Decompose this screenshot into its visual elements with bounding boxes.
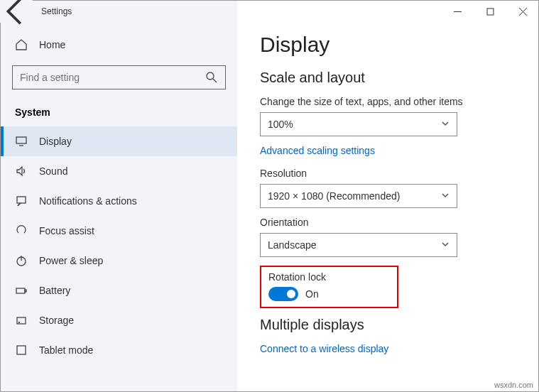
section-label: System <box>1 102 237 126</box>
power-icon <box>15 254 28 267</box>
orientation-value: Landscape <box>268 239 317 251</box>
rotation-label: Rotation lock <box>268 271 390 283</box>
search-box[interactable] <box>12 65 226 89</box>
chevron-down-icon <box>441 190 450 202</box>
battery-icon <box>15 284 28 297</box>
nav-label: Tablet mode <box>39 344 93 356</box>
app-title: Settings <box>33 6 72 16</box>
resolution-value: 1920 × 1080 (Recommended) <box>268 190 400 202</box>
multiple-displays-heading: Multiple displays <box>260 317 516 333</box>
orientation-label: Orientation <box>260 217 516 228</box>
content-pane: Display Scale and layout Change the size… <box>237 1 538 391</box>
scale-label: Change the size of text, apps, and other… <box>260 96 516 107</box>
svg-rect-1 <box>487 9 494 15</box>
notifications-icon <box>15 195 28 207</box>
focus-icon <box>15 224 28 237</box>
chevron-down-icon <box>441 119 450 130</box>
svg-point-14 <box>19 322 20 323</box>
svg-rect-11 <box>16 288 25 293</box>
scale-section-heading: Scale and layout <box>260 70 516 86</box>
nav-label: Display <box>39 136 72 147</box>
display-icon <box>15 135 28 148</box>
advanced-scaling-link[interactable]: Advanced scaling settings <box>260 145 516 156</box>
title-bar: Settings <box>0 0 539 23</box>
watermark: wsxdn.com <box>494 381 533 389</box>
home-nav[interactable]: Home <box>1 33 237 57</box>
rotation-lock-toggle[interactable] <box>268 287 298 301</box>
nav-sound[interactable]: Sound <box>1 156 237 186</box>
svg-rect-6 <box>16 137 26 143</box>
home-icon <box>15 38 28 51</box>
orientation-dropdown[interactable]: Landscape <box>260 233 457 257</box>
search-input[interactable] <box>20 72 205 83</box>
chevron-down-icon <box>441 239 450 251</box>
scale-dropdown[interactable]: 100% <box>260 112 457 136</box>
nav-label: Notifications & actions <box>39 195 137 207</box>
scale-value: 100% <box>268 119 293 130</box>
window-controls <box>441 0 539 23</box>
tablet-icon <box>15 344 28 356</box>
rotation-lock-group: Rotation lock On <box>260 266 398 308</box>
maximize-button[interactable] <box>474 0 506 23</box>
sound-icon <box>15 165 28 178</box>
home-label: Home <box>39 39 65 50</box>
nav-label: Power & sleep <box>39 255 103 266</box>
svg-line-5 <box>213 79 217 82</box>
sidebar: Home System Display Sound Notifications … <box>1 1 237 391</box>
nav-storage[interactable]: Storage <box>1 305 237 335</box>
storage-icon <box>15 314 28 327</box>
nav-display[interactable]: Display <box>1 126 237 156</box>
svg-point-4 <box>207 72 214 80</box>
wireless-display-link[interactable]: Connect to a wireless display <box>260 343 516 354</box>
nav-power-sleep[interactable]: Power & sleep <box>1 246 237 276</box>
nav-battery[interactable]: Battery <box>1 276 237 305</box>
nav-tablet-mode[interactable]: Tablet mode <box>1 335 237 365</box>
nav-focus-assist[interactable]: Focus assist <box>1 216 237 246</box>
nav-label: Storage <box>39 315 74 326</box>
resolution-label: Resolution <box>260 168 516 179</box>
svg-rect-12 <box>25 290 26 292</box>
svg-rect-8 <box>17 197 26 203</box>
nav-notifications[interactable]: Notifications & actions <box>1 186 237 216</box>
resolution-dropdown[interactable]: 1920 × 1080 (Recommended) <box>260 184 457 208</box>
search-icon <box>205 71 218 84</box>
page-title: Display <box>260 33 516 57</box>
close-button[interactable] <box>506 0 539 23</box>
svg-rect-13 <box>17 317 26 324</box>
nav-label: Battery <box>39 285 70 296</box>
minimize-button[interactable] <box>441 0 474 23</box>
nav-label: Focus assist <box>39 225 94 236</box>
back-button[interactable] <box>0 0 33 23</box>
rotation-state: On <box>305 288 319 300</box>
svg-rect-15 <box>17 346 26 354</box>
nav-label: Sound <box>39 165 67 177</box>
